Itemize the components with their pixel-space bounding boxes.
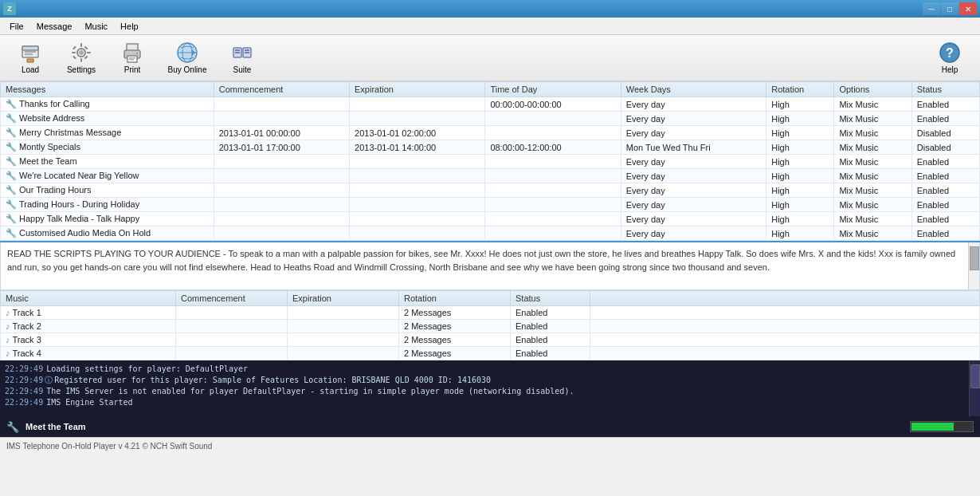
script-text: READ THE SCRIPTS PLAYING TO YOUR AUDIENC…: [7, 249, 955, 272]
minimize-button[interactable]: ─: [923, 2, 940, 15]
msg-options: Mix Music: [834, 140, 911, 155]
svg-rect-11: [84, 46, 88, 50]
progress-bar: [910, 421, 974, 432]
toolbar: Load Settings: [0, 35, 980, 81]
table-row[interactable]: 🔧Customised Audio Media On Hold Every da…: [1, 226, 980, 241]
table-row[interactable]: 🔧Trading Hours - During Holiday Every da…: [1, 198, 980, 212]
table-row[interactable]: ♪Track 3 2 Messages Enabled: [1, 333, 980, 347]
msg-expiration: [350, 183, 485, 198]
msg-week-days: Mon Tue Wed Thu Fri: [621, 140, 766, 155]
msg-expiration: [350, 155, 485, 169]
msg-status: Enabled: [911, 169, 979, 183]
log-message: IMS Engine Started: [46, 398, 132, 407]
table-row[interactable]: ♪Track 2 2 Messages Enabled: [1, 320, 980, 333]
menu-message[interactable]: Message: [30, 18, 79, 34]
msg-time-of-day: 00:00:00-00:00:00: [485, 97, 621, 112]
col-expiration: Expiration: [350, 82, 485, 97]
msg-time-of-day: [485, 198, 621, 212]
msg-expiration: 2013-01-01 14:00:00: [350, 140, 485, 155]
settings-button[interactable]: Settings: [57, 38, 105, 78]
col-time-of-day: Time of Day: [485, 82, 621, 97]
msg-rotation: High: [766, 112, 834, 126]
table-row[interactable]: 🔧Montly Specials 2013-01-01 17:00:00 201…: [1, 140, 980, 155]
msg-options: Mix Music: [834, 212, 911, 226]
msg-expiration: 2013-01-01 02:00:00: [350, 126, 485, 140]
music-expiration: [288, 320, 399, 333]
col-music: Music: [1, 291, 176, 306]
table-row[interactable]: 🔧We're Located Near Big Yellow Every day…: [1, 169, 980, 183]
window-controls: ─ □ ✕: [923, 2, 977, 15]
msg-status: Enabled: [911, 212, 979, 226]
table-row[interactable]: ♪Track 4 2 Messages Enabled: [1, 347, 980, 360]
maximize-button[interactable]: □: [941, 2, 958, 15]
msg-options: Mix Music: [834, 226, 911, 241]
status-bar: IMS Telephone On-Hold Player v 4.21 © NC…: [0, 437, 980, 455]
music-table: Music Commencement Expiration Rotation S…: [0, 290, 980, 360]
table-row[interactable]: 🔧Meet the Team Every day High Mix Music …: [1, 155, 980, 169]
svg-rect-6: [80, 43, 82, 47]
music-expiration: [288, 347, 399, 360]
msg-time-of-day: [485, 155, 621, 169]
msg-status: Enabled: [911, 155, 979, 169]
msg-options: Mix Music: [834, 97, 911, 112]
msg-time-of-day: [485, 169, 621, 183]
buy-online-button[interactable]: Buy Online: [159, 38, 215, 78]
msg-status: Enabled: [911, 183, 979, 198]
table-row[interactable]: 🔧Merry Christmas Message 2013-01-01 00:0…: [1, 126, 980, 140]
svg-rect-9: [87, 52, 91, 53]
log-time: 22:29:49: [5, 398, 43, 407]
col-music-status: Status: [511, 291, 590, 306]
svg-rect-27: [235, 49, 240, 51]
svg-rect-12: [73, 56, 76, 60]
print-label: Print: [124, 65, 141, 74]
app-icon: Z: [3, 2, 16, 15]
table-row[interactable]: 🔧Website Address Every day High Mix Musi…: [1, 112, 980, 126]
svg-rect-3: [25, 53, 33, 55]
msg-options: Mix Music: [834, 183, 911, 198]
msg-commencement: [214, 212, 349, 226]
col-music-spacer: [590, 291, 980, 306]
table-row[interactable]: 🔧Thanks for Calling 00:00:00-00:00:00 Ev…: [1, 97, 980, 112]
script-scrollbar[interactable]: [968, 242, 979, 289]
load-button[interactable]: Load: [6, 38, 54, 78]
music-name: ♪Track 2: [1, 320, 176, 333]
suite-button[interactable]: Suite: [218, 38, 266, 78]
msg-name: 🔧Our Trading Hours: [1, 183, 214, 198]
svg-rect-2: [25, 51, 36, 53]
table-row[interactable]: 🔧Happy Talk Media - Talk Happy Every day…: [1, 212, 980, 226]
help-button[interactable]: ? Help: [926, 38, 974, 78]
log-scrollbar[interactable]: [969, 360, 980, 416]
col-rotation: Rotation: [766, 82, 834, 97]
msg-week-days: Every day: [621, 112, 766, 126]
svg-point-20: [136, 53, 138, 54]
music-commencement: [176, 333, 288, 347]
msg-name: 🔧Merry Christmas Message: [1, 126, 214, 140]
music-expiration: [288, 306, 399, 320]
close-button[interactable]: ✕: [959, 2, 977, 15]
msg-options: Mix Music: [834, 198, 911, 212]
table-row[interactable]: 🔧Our Trading Hours Every day High Mix Mu…: [1, 183, 980, 198]
print-button[interactable]: Print: [108, 38, 156, 78]
menu-music[interactable]: Music: [78, 18, 114, 34]
music-spacer: [590, 306, 980, 320]
msg-time-of-day: 08:00:00-12:00:00: [485, 140, 621, 155]
msg-week-days: Every day: [621, 126, 766, 140]
music-rotation: 2 Messages: [399, 306, 511, 320]
music-commencement: [176, 320, 288, 333]
music-name: ♪Track 4: [1, 347, 176, 360]
col-status: Status: [911, 82, 979, 97]
msg-week-days: Every day: [621, 212, 766, 226]
col-music-commencement: Commencement: [176, 291, 288, 306]
menu-help[interactable]: Help: [114, 18, 145, 34]
col-options: Options: [834, 82, 911, 97]
msg-week-days: Every day: [621, 169, 766, 183]
msg-status: Disabled: [911, 126, 979, 140]
msg-rotation: High: [766, 226, 834, 241]
msg-rotation: High: [766, 126, 834, 140]
msg-name: 🔧Happy Talk Media - Talk Happy: [1, 212, 214, 226]
log-message: Registered user for this player: Sample …: [54, 376, 491, 384]
menu-file[interactable]: File: [3, 18, 30, 34]
svg-marker-4: [27, 59, 33, 62]
table-row[interactable]: ♪Track 1 2 Messages Enabled: [1, 306, 980, 320]
music-status: Enabled: [511, 333, 590, 347]
